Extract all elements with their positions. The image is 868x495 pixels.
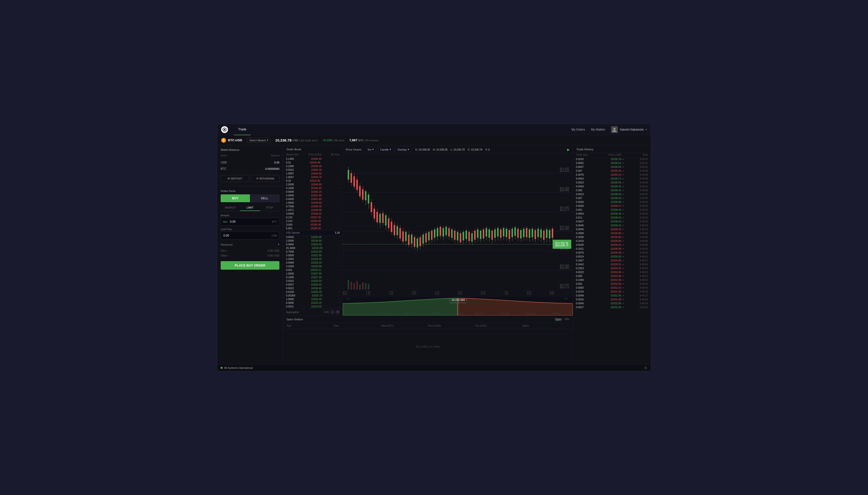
- order-type-limit[interactable]: LIMIT: [240, 205, 260, 211]
- user-section[interactable]: Satoshi Nakamoto ▾: [611, 126, 647, 133]
- buy-button[interactable]: BUY: [220, 194, 250, 202]
- limit-price-input-row: USD: [220, 232, 279, 239]
- status-text: All Systems Operational: [224, 366, 252, 369]
- svg-rect-86: [428, 232, 430, 240]
- wallet-balance-title: Wallet Balance: [217, 146, 283, 153]
- trade-history-row: 0.0016 10331.00 ↗ 9:48:24: [573, 297, 651, 301]
- plus-circle-icon: ⊕: [228, 177, 230, 180]
- select-market-button[interactable]: Select Market ▾: [247, 138, 271, 143]
- ob-header: Market Size Price (USD) My Size: [283, 152, 343, 157]
- ob-bid-row: 1.000010325.45-: [283, 297, 343, 301]
- trade-history-row: 0.0102 10336.78 ↗ 9:50:15: [573, 157, 651, 161]
- ob-ask-row: 0.600010341.80-: [283, 197, 343, 201]
- trade-history-row: 0.0083 10331.02 ↗ 9:48:43: [573, 286, 651, 290]
- svg-rect-120: [477, 229, 478, 238]
- chart-type-dropdown[interactable]: Candle ▾: [378, 147, 393, 152]
- trade-history-row: 0.2933 10336.80 ↗ 9:49:06: [573, 239, 651, 243]
- svg-rect-50: [376, 212, 378, 222]
- nav-tab-trade[interactable]: Trade: [234, 124, 251, 135]
- depth-chart: -300 $10,180 $10,230 $10,280 $10,330 $10…: [343, 296, 573, 315]
- settings-icon[interactable]: ⚙: [644, 366, 648, 370]
- sell-button[interactable]: SELL: [250, 194, 279, 202]
- ob-bid-row: 25.300010333.00-: [283, 246, 343, 250]
- agg-plus-button[interactable]: +: [336, 310, 340, 314]
- svg-rect-78: [417, 238, 418, 248]
- chart-arrow-icon[interactable]: ▶: [567, 148, 570, 152]
- svg-rect-66: [399, 228, 401, 238]
- svg-text:-300: -300: [346, 297, 350, 300]
- buy-sell-tabs: BUY SELL: [220, 194, 279, 202]
- ob-ask-row: 3.00010336.45-: [283, 223, 343, 226]
- svg-rect-144: [511, 229, 513, 237]
- svg-rect-146: [514, 227, 516, 236]
- svg-rect-130: [491, 231, 493, 240]
- svg-text:$10,480: $10,480: [527, 312, 535, 315]
- my-orders-link[interactable]: My Orders: [572, 128, 585, 131]
- trade-history-row: 0.005 10333.00 ↗ 9:48:53: [573, 274, 651, 278]
- btc-icon: ₿: [221, 138, 226, 143]
- svg-rect-126: [486, 228, 487, 237]
- ob-spread: USD Spread 1.19: [283, 230, 343, 235]
- svg-text:5:00: 5:00: [458, 290, 462, 295]
- open-tab[interactable]: Open: [555, 318, 562, 321]
- wallet-row-btc: BTC 0.00000000: [220, 166, 279, 172]
- ob-ask-row: 3.000010339.25-: [283, 212, 343, 215]
- ticker-vol-currency: BTC: [358, 139, 363, 142]
- form-fees: Fee ≈ 0.00 USD Total ≈ 0.00 USD: [220, 249, 279, 258]
- svg-rect-177: [359, 284, 361, 289]
- svg-text:1:00: 1:00: [366, 290, 370, 295]
- trade-history-row: 0.1667 10333.60 ↗ 9:48:57: [573, 258, 651, 262]
- deposit-button[interactable]: ⊕ DEPOSIT: [220, 175, 249, 182]
- order-type-market[interactable]: MARKET: [220, 205, 240, 211]
- svg-point-1: [613, 127, 616, 130]
- amount-input[interactable]: [228, 218, 272, 225]
- svg-rect-150: [520, 230, 522, 238]
- svg-rect-166: [543, 231, 545, 240]
- agg-minus-button[interactable]: −: [330, 310, 334, 314]
- ob-ask-row: 1.437110340.00-: [283, 208, 343, 212]
- trade-history-row: 0.011 10338.42 ↗ 9:49:20: [573, 216, 651, 220]
- advanced-toggle[interactable]: Advanced ▾: [220, 242, 279, 249]
- place-buy-order-button[interactable]: PLACE BUY ORDER: [220, 261, 279, 270]
- agg-controls: 0.05 − +: [324, 310, 340, 314]
- ob-ask-row: 2.000010341.95-: [283, 193, 343, 197]
- max-button[interactable]: Max: [221, 220, 228, 223]
- ob-bids: 4.004510335.05-2.500010334.95-0.09841033…: [283, 235, 343, 309]
- ob-bid-row: 0.759910332.90-: [283, 250, 343, 254]
- chevron-down-icon: ▾: [408, 148, 409, 151]
- ob-ask-row: 3.140010344.45-: [283, 157, 343, 160]
- svg-rect-68: [402, 232, 404, 242]
- svg-rect-58: [388, 218, 389, 228]
- overlay-dropdown[interactable]: Overlay ▾: [395, 147, 411, 152]
- svg-rect-40: [362, 189, 363, 200]
- limit-price-input[interactable]: [221, 232, 272, 239]
- svg-rect-76: [414, 237, 415, 247]
- svg-text:$10,300: $10,300: [560, 263, 569, 270]
- svg-rect-174: [350, 282, 352, 290]
- svg-rect-62: [394, 225, 395, 235]
- trade-history-row: 0.0054 10338.46 ↗ 9:49:20: [573, 212, 651, 216]
- limit-currency: USD: [272, 234, 279, 237]
- svg-rect-118: [474, 231, 476, 240]
- trade-history-row: 0.0023 10338.05 ↗ 9:49:48: [573, 181, 651, 184]
- order-type-stop[interactable]: STOP: [260, 205, 279, 211]
- nav-tabs: Trade: [234, 124, 572, 135]
- ob-ask-row: 0.759910340.35-: [283, 204, 343, 208]
- avatar: [611, 126, 618, 133]
- svg-rect-54: [382, 213, 383, 223]
- svg-rect-180: [368, 284, 370, 290]
- logo[interactable]: [221, 126, 228, 133]
- trade-history-row: 0.0046 10339.25 ↗ 9:49:06: [573, 243, 651, 247]
- my-wallets-link[interactable]: My Wallets: [591, 128, 605, 131]
- fills-tab[interactable]: Fills: [564, 318, 569, 321]
- status-bar: All Systems Operational ⚙: [217, 364, 651, 371]
- trade-history-row: 0.001 10332.95 ↗ 9:48:50: [573, 282, 651, 286]
- trade-history-row: 0.0463 10338.42 ↗ 9:49:42: [573, 184, 651, 188]
- main-content: Wallet Balance Asset Amount USD 0.00 BTC…: [217, 146, 651, 364]
- timeframe-dropdown[interactable]: 5m ▾: [365, 147, 376, 152]
- ticker-currency: USD: [292, 139, 298, 142]
- mid-price-label: — 10,335.690 + Mid Market Price: [448, 298, 467, 304]
- withdraw-button[interactable]: ⊖ WITHDRAW: [251, 175, 280, 182]
- svg-rect-156: [529, 229, 530, 238]
- svg-text:$10,230: $10,230: [406, 312, 414, 315]
